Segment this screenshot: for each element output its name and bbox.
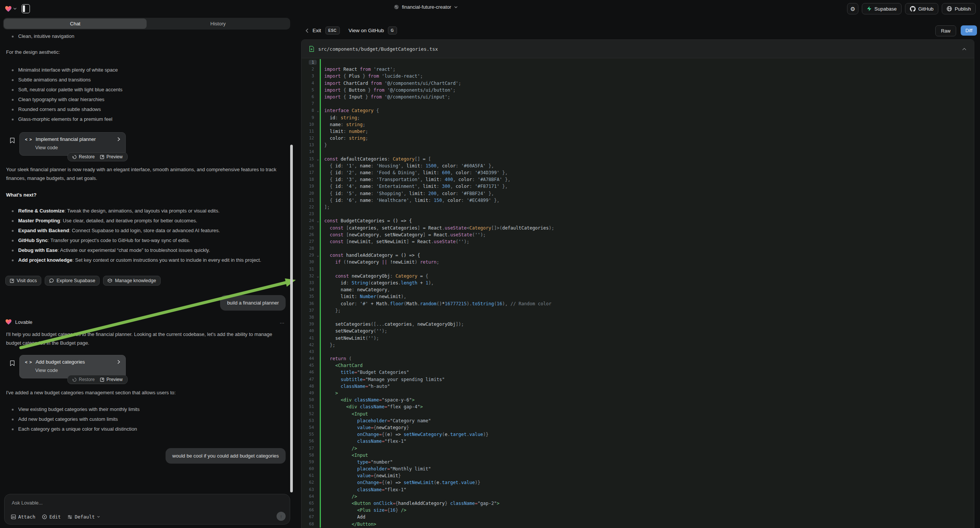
tab-chat[interactable]: Chat — [4, 19, 146, 29]
code-line: 27 const [newLimit, setNewLimit] = React… — [302, 238, 974, 245]
assistant-paragraph-3: I've added a new budget categories manag… — [6, 388, 289, 397]
collapse-chevron-up-icon[interactable] — [962, 48, 966, 50]
list-item: Clean typography with clear hierarchies — [5, 95, 289, 105]
version-card-actions: Restore Preview — [67, 152, 128, 161]
code-line: 64 /> — [302, 493, 974, 500]
code-line: 48 className="h-auto" — [302, 383, 974, 390]
fold-chevron-icon[interactable]: ⌄ — [317, 273, 319, 280]
code-line: 61 value={newLimit} — [302, 472, 974, 479]
chat-history-tabbar: Chat History — [3, 18, 290, 30]
chat-panel: Chat History Clean, intuitive navigation… — [0, 17, 294, 528]
tab-history[interactable]: History — [146, 19, 290, 29]
message-menu-icon[interactable]: … — [280, 319, 285, 324]
code-line: 46 title="Budget Categories" — [302, 369, 974, 376]
code-line: 32⌄ const newCategoryObj: Category = { — [302, 273, 974, 280]
list-item: Add project knowledge: Set key context o… — [5, 255, 280, 265]
file-diff-card: src/components/budget/BudgetCategories.t… — [301, 40, 974, 528]
restore-button[interactable]: Restore — [72, 154, 95, 159]
knowledge-box-icon — [108, 278, 112, 283]
code-line: 24⌄const BudgetCategories = () => { — [302, 218, 974, 224]
attach-image-icon — [11, 514, 16, 519]
user-message-wrap-2: would be cool if you could add budget ca… — [5, 448, 286, 464]
code-line: 68 </Button> — [302, 521, 974, 528]
code-icon: < > — [25, 360, 32, 364]
code-line: 52 <Input — [302, 410, 974, 417]
code-line: 49 > — [302, 390, 974, 396]
preview-button[interactable]: Preview — [100, 154, 123, 159]
design-bullet-list: Minimalist interface with plenty of whit… — [5, 65, 289, 124]
code-line: 42 }; — [302, 342, 974, 348]
list-item: GitHub Sync: Transfer your project's cod… — [5, 235, 280, 245]
code-line: 26 const [newCategory, setNewCategory] =… — [302, 231, 974, 238]
assistant-name: Lovable — [15, 319, 33, 325]
restore-button-disabled[interactable]: Restore — [72, 377, 95, 382]
diff-toggle-button[interactable]: Diff — [961, 25, 977, 36]
list-item: Glass-morphic elements for a premium fee… — [5, 115, 289, 124]
code-line: 16 { id: '1', name: 'Housing', limit: 15… — [302, 162, 974, 169]
bookmark-icon[interactable] — [10, 360, 15, 366]
chevron-left-icon — [306, 29, 309, 33]
code-line: 14 — [302, 148, 974, 155]
code-line: 44 return ( — [302, 355, 974, 362]
list-item: Expand with Backend: Connect Supabase to… — [5, 226, 280, 235]
user-message: build a financial planner — [220, 295, 286, 310]
code-line: 9 id: string; — [302, 115, 974, 121]
model-selector[interactable]: Default — [67, 514, 100, 520]
code-line: 18 { id: '3', name: 'Transportation', li… — [302, 176, 974, 183]
version-card-add-budget-categories[interactable]: < > Add budget categories View code Rest… — [19, 355, 126, 379]
exit-button[interactable]: Exit ESC — [306, 25, 340, 36]
send-button[interactable]: ↑ — [277, 512, 286, 521]
code-line: 37 }; — [302, 307, 974, 314]
raw-toggle-button[interactable]: Raw — [935, 25, 956, 37]
fold-chevron-icon[interactable]: ⌄ — [317, 218, 319, 224]
view-code-link[interactable]: View code — [35, 145, 120, 150]
code-line: 65 <Button onClick={handleAddCategory} c… — [302, 500, 974, 507]
lovable-heart-logo-icon[interactable] — [5, 6, 12, 12]
whats-next-heading: What's next? — [6, 191, 289, 199]
code-line: 15⌄const defaultCategories: Category[] =… — [302, 156, 974, 162]
chevron-down-icon — [97, 516, 100, 518]
preview-icon — [100, 378, 104, 382]
chat-scrollbar[interactable] — [290, 145, 293, 492]
attach-button[interactable]: Attach — [11, 514, 35, 520]
preview-icon — [100, 155, 104, 159]
list-item: Minimalist interface with plenty of whit… — [5, 65, 289, 75]
code-line: 56 className="flex-1" — [302, 438, 974, 445]
list-item: Soft, neutral color palette with light b… — [5, 85, 289, 95]
composer-input[interactable]: Ask Lovable... — [12, 500, 43, 506]
assistant-header: Lovable … — [5, 319, 289, 325]
code-line: 8⌄interface Category { — [302, 107, 974, 114]
code-line: 20 { id: '5', name: 'Shopping', limit: 2… — [302, 190, 974, 197]
code-line: 67 Add — [302, 514, 974, 520]
view-code-link[interactable]: View code — [35, 367, 120, 373]
fold-chevron-icon[interactable]: ⌄ — [317, 107, 319, 114]
file-header[interactable]: src/components/budget/BudgetCategories.t… — [302, 40, 974, 58]
explore-supabase-button[interactable]: Explore Supabase — [45, 276, 100, 286]
version-card-implement-financial-planner[interactable]: < > Implement financial planner View cod… — [19, 132, 126, 156]
bookmark-icon[interactable] — [10, 137, 15, 143]
preview-button[interactable]: Preview — [100, 377, 123, 382]
code-line: 39 setCategories([...categories, newCate… — [302, 321, 974, 328]
code-line: 54 value={newCategory} — [302, 424, 974, 431]
logo-chevron-down-icon[interactable] — [13, 8, 17, 10]
code-line: 43 — [302, 348, 974, 355]
code-line: 6import { Input } from '@/components/ui/… — [302, 94, 974, 100]
version-card-title: Implement financial planner — [36, 136, 96, 142]
g-key-badge: G — [388, 27, 397, 35]
version-card-title: Add budget categories — [36, 359, 85, 365]
code-line: 10 name: string; — [302, 121, 974, 128]
manage-knowledge-button[interactable]: Manage knowledge — [103, 276, 160, 286]
code-line: 30 if (!newCategory || !newLimit) return… — [302, 259, 974, 266]
sidebar-toggle-icon[interactable] — [22, 4, 30, 13]
fold-chevron-icon[interactable]: ⌄ — [317, 252, 319, 259]
code-icon: < > — [25, 137, 32, 142]
visit-docs-button[interactable]: Visit docs — [5, 276, 41, 286]
code-line: 5import { Button } from '@/components/ui… — [302, 87, 974, 94]
version-card-row-2: < > Add budget categories View code Rest… — [10, 355, 289, 379]
fold-chevron-icon[interactable]: ⌄ — [317, 156, 319, 162]
chat-composer[interactable]: Ask Lovable... Attach Edit Default ↑ — [4, 494, 290, 525]
code-line: 57 /> — [302, 445, 974, 452]
code-line: 36 color: '#' + Math.floor(Math.random()… — [302, 301, 974, 307]
view-on-github-button[interactable]: View on GitHub G — [348, 25, 397, 36]
edit-mode-button[interactable]: Edit — [42, 514, 60, 520]
